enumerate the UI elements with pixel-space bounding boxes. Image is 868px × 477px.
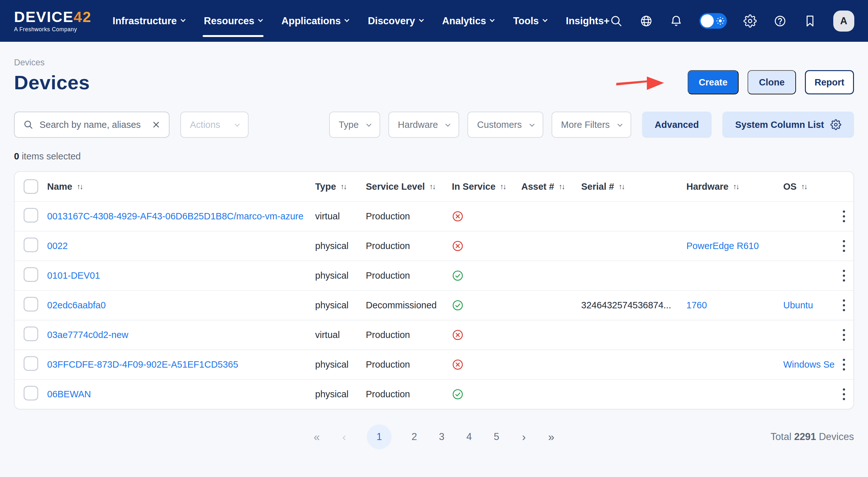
nav-item-applications[interactable]: Applications xyxy=(281,15,349,27)
row-actions-kebab-icon[interactable] xyxy=(840,386,847,403)
in-service-status xyxy=(452,210,521,222)
selection-label: items selected xyxy=(22,151,81,161)
table-row: 0013167C-4308-4929-AF43-06D6B25D1B8C/mar… xyxy=(15,201,853,231)
in-service-no-icon xyxy=(452,329,464,341)
row-actions-kebab-icon[interactable] xyxy=(840,327,847,344)
service-level: Production xyxy=(366,389,452,399)
pagination-prev-icon[interactable]: ‹ xyxy=(339,430,349,443)
breadcrumb[interactable]: Devices xyxy=(14,58,854,68)
row-checkbox[interactable] xyxy=(24,267,38,282)
clone-button[interactable]: Clone xyxy=(748,70,796,94)
row-checkbox[interactable] xyxy=(24,327,38,341)
nav-item-resources[interactable]: Resources xyxy=(204,15,262,27)
nav-item-infrastructure[interactable]: Infrastructure xyxy=(113,15,185,27)
sort-icon[interactable]: ↑↓ xyxy=(500,182,506,191)
os-link[interactable]: Windows Se xyxy=(783,359,834,369)
chevron-down-icon xyxy=(344,17,349,22)
settings-gear-icon[interactable] xyxy=(743,14,757,28)
sort-icon[interactable]: ↑↓ xyxy=(733,182,739,191)
search-input[interactable] xyxy=(39,120,146,130)
row-checkbox[interactable] xyxy=(24,297,38,311)
toggle-knob xyxy=(701,14,714,27)
device42-logo[interactable]: DEVICE42 A Freshworks Company xyxy=(14,9,91,32)
pagination-last-icon[interactable]: » xyxy=(547,430,556,443)
device-name-link[interactable]: 02edc6aabfa0 xyxy=(47,300,106,310)
nav-item-analytics[interactable]: Analytics xyxy=(442,15,494,27)
hardware-link[interactable]: 1760 xyxy=(686,300,707,310)
filter-dropdown-hardware[interactable]: Hardware xyxy=(389,112,460,138)
sort-icon[interactable]: ↑↓ xyxy=(801,182,807,191)
system-column-list-button[interactable]: System Column List xyxy=(722,112,854,138)
select-all-checkbox[interactable] xyxy=(24,179,38,194)
chevron-down-icon xyxy=(617,121,622,127)
hardware-link[interactable]: PowerEdge R610 xyxy=(686,241,759,251)
row-actions-kebab-icon[interactable] xyxy=(840,356,847,373)
in-service-yes-icon xyxy=(452,270,464,281)
in-service-yes-icon xyxy=(452,388,464,400)
row-actions-kebab-icon[interactable] xyxy=(840,238,847,255)
hardware-cell: 1760 xyxy=(686,300,783,310)
row-actions-kebab-icon[interactable] xyxy=(840,297,847,314)
filter-dropdown-customers[interactable]: Customers xyxy=(467,112,543,138)
sort-icon[interactable]: ↑↓ xyxy=(341,182,346,191)
device-name-link[interactable]: 03FFCDFE-873D-4F09-902E-A51EF1CD5365 xyxy=(47,359,238,369)
help-icon[interactable] xyxy=(773,14,787,28)
toolbar: Actions TypeHardwareCustomersMore Filter… xyxy=(14,112,854,138)
pagination-page-3[interactable]: 3 xyxy=(437,431,446,443)
nav-right-icons: A xyxy=(610,10,854,32)
os-link[interactable]: Ubuntu xyxy=(783,300,813,310)
row-checkbox[interactable] xyxy=(24,356,38,371)
device-name-link[interactable]: 06BEWAN xyxy=(47,389,91,399)
chevron-down-icon xyxy=(542,17,548,22)
pagination-next-icon[interactable]: › xyxy=(519,430,529,443)
pagination-page-1[interactable]: 1 xyxy=(367,424,392,449)
search-box xyxy=(14,112,169,138)
device-name-link[interactable]: 03ae7774c0d2-new xyxy=(47,330,128,340)
nav-item-label: Insights+ xyxy=(566,15,610,27)
device-name-link[interactable]: 0022 xyxy=(47,241,68,251)
notifications-bell-icon[interactable] xyxy=(670,14,683,28)
filter-dropdown-more-filters[interactable]: More Filters xyxy=(552,112,631,138)
pagination-first-icon[interactable]: « xyxy=(312,430,321,443)
system-column-list-label: System Column List xyxy=(735,120,824,130)
search-icon[interactable] xyxy=(610,14,623,28)
row-checkbox[interactable] xyxy=(24,386,38,400)
sort-icon[interactable]: ↑↓ xyxy=(77,182,83,191)
pagination-page-2[interactable]: 2 xyxy=(409,431,419,443)
device-name-link[interactable]: 0101-DEV01 xyxy=(47,270,100,280)
filter-dropdown-type[interactable]: Type xyxy=(329,112,380,138)
theme-toggle[interactable] xyxy=(700,13,727,29)
avatar[interactable]: A xyxy=(833,10,854,32)
actions-dropdown[interactable]: Actions xyxy=(180,112,249,138)
table-row: 0022 physical Production PowerEdge R610 xyxy=(15,231,853,261)
advanced-button[interactable]: Advanced xyxy=(642,112,712,138)
report-button[interactable]: Report xyxy=(805,70,854,94)
nav-item-tools[interactable]: Tools xyxy=(513,15,547,27)
globe-icon[interactable] xyxy=(640,14,653,28)
clear-search-icon[interactable] xyxy=(152,120,161,129)
filter-label: Customers xyxy=(477,120,522,130)
filters-group: TypeHardwareCustomersMore Filters xyxy=(329,112,631,138)
row-actions-kebab-icon[interactable] xyxy=(840,208,847,225)
bookmark-icon[interactable] xyxy=(803,14,817,28)
pagination-page-4[interactable]: 4 xyxy=(464,431,474,443)
create-button[interactable]: Create xyxy=(688,70,739,94)
device-name-link[interactable]: 0013167C-4308-4929-AF43-06D6B25D1B8C/mar… xyxy=(47,211,303,221)
pagination-page-5[interactable]: 5 xyxy=(492,431,501,443)
sort-icon[interactable]: ↑↓ xyxy=(429,182,435,191)
service-level: Production xyxy=(366,330,452,340)
nav-item-discovery[interactable]: Discovery xyxy=(368,15,423,27)
advanced-label: Advanced xyxy=(655,120,699,130)
column-label: Type xyxy=(315,181,336,192)
chevron-down-icon xyxy=(366,121,371,127)
in-service-no-icon xyxy=(452,210,464,222)
table-row: 02edc6aabfa0 physical Decommissioned 324… xyxy=(15,290,853,320)
row-checkbox[interactable] xyxy=(24,238,38,252)
in-service-status xyxy=(452,299,521,311)
row-checkbox[interactable] xyxy=(24,208,38,222)
table-row: 06BEWAN physical Production xyxy=(15,379,853,409)
sort-icon[interactable]: ↑↓ xyxy=(559,182,564,191)
row-actions-kebab-icon[interactable] xyxy=(840,267,847,284)
sort-icon[interactable]: ↑↓ xyxy=(619,182,624,191)
nav-item-insights[interactable]: Insights+ xyxy=(566,15,610,27)
